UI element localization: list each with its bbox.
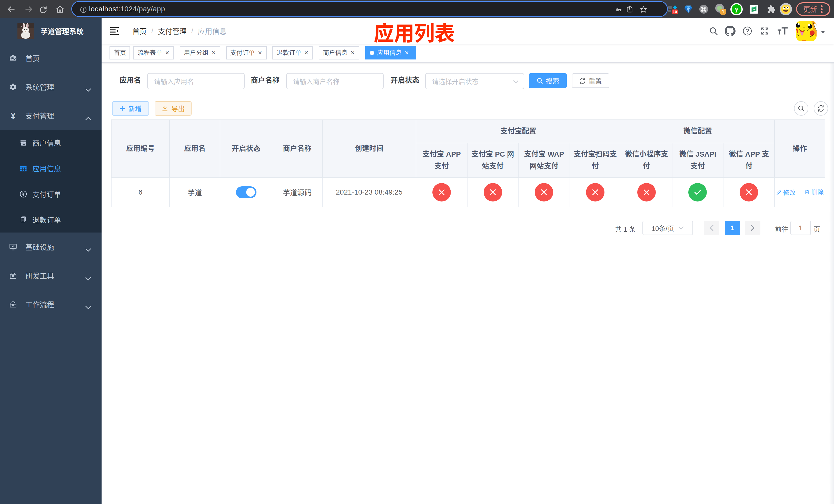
- svg-text:y: y: [735, 5, 738, 13]
- svg-text:1: 1: [722, 9, 724, 14]
- svg-text:10: 10: [673, 9, 677, 14]
